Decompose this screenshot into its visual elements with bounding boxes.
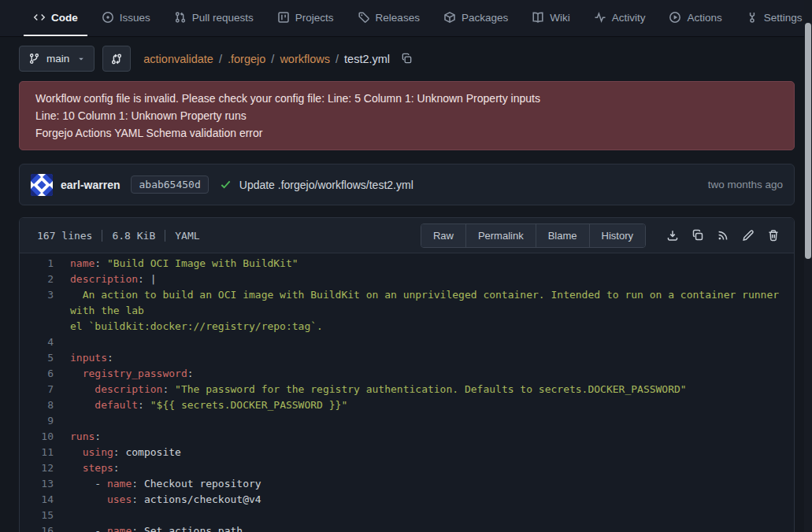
line-number[interactable]: 9 [20, 413, 70, 429]
code-text [70, 413, 794, 429]
breadcrumb: actionvalidate/.forgejo/workflows/test2.… [143, 53, 390, 65]
code-line: 14 uses: actions/checkout@v4 [20, 492, 794, 508]
line-number[interactable]: 16 [20, 523, 70, 532]
nav-tab-actions[interactable]: Actions [659, 0, 731, 36]
code-line: 2description: | [20, 272, 794, 287]
line-number[interactable]: 6 [20, 366, 70, 382]
scrollbar-track[interactable] [804, 0, 812, 532]
code-line: 13 - name: Checkout repository [20, 476, 794, 492]
line-number[interactable]: 5 [20, 350, 70, 366]
breadcrumb-item-workflows[interactable]: workflows [280, 53, 330, 65]
code-line: 15 [20, 508, 794, 523]
line-number[interactable]: 14 [20, 492, 70, 508]
commit-status-check-icon[interactable] [220, 179, 232, 190]
compare-branches-button[interactable] [102, 46, 131, 72]
tools-icon [746, 11, 758, 24]
edit-icon[interactable] [736, 224, 761, 246]
code-line: 4 [20, 334, 794, 350]
file-icon-buttons [660, 224, 786, 246]
line-number[interactable]: 7 [20, 382, 70, 397]
code-text: inputs: [70, 350, 794, 366]
permalink-button[interactable]: Permalink [465, 224, 536, 247]
nav-tab-label: Packages [462, 12, 508, 24]
nav-tab-projects[interactable]: Projects [268, 0, 343, 36]
code-line: 5inputs: [20, 350, 794, 366]
code-text: uses: actions/checkout@v4 [70, 492, 794, 508]
nav-tab-label: Pull requests [192, 12, 254, 24]
book-icon [532, 11, 544, 24]
commit-time: two months ago [708, 179, 783, 190]
nav-tab-activity[interactable]: Activity [584, 0, 655, 36]
line-number[interactable]: 10 [20, 429, 70, 445]
issue-icon [102, 11, 114, 24]
line-number[interactable]: 1 [20, 256, 70, 272]
rss-icon[interactable] [710, 224, 736, 246]
raw-button[interactable]: Raw [421, 224, 465, 247]
file-meta-item: 6.8 KiB [102, 230, 165, 242]
nav-tab-label: Settings [764, 12, 803, 24]
package-icon [443, 11, 456, 24]
download-icon[interactable] [660, 224, 685, 246]
nav-tab-pull-requests[interactable]: Pull requests [165, 0, 263, 36]
code-text: registry_password: [70, 366, 794, 382]
line-number[interactable]: 12 [20, 460, 70, 476]
nav-tab-releases[interactable]: Releases [348, 0, 429, 36]
file-view: 167 lines6.8 KiBYAML RawPermalinkBlameHi… [19, 217, 795, 532]
branch-bar: main actionvalidate/.forgejo/workflows/t… [19, 46, 795, 72]
pull-request-icon [174, 11, 187, 24]
line-number[interactable]: 4 [20, 334, 70, 350]
code-text: steps: [70, 460, 794, 476]
commit-author[interactable]: earl-warren [61, 179, 120, 191]
branch-selector-button[interactable]: main [19, 46, 95, 72]
project-icon [277, 11, 290, 24]
code-line: 6 registry_password: [20, 366, 794, 382]
code-line: 9 [20, 413, 794, 429]
nav-tab-label: Activity [612, 12, 646, 24]
code-text [70, 508, 794, 523]
copy-path-icon[interactable] [401, 53, 413, 65]
workflow-error-banner: Workflow config file is invalid. Please … [19, 81, 795, 150]
breadcrumb-item-forgejo[interactable]: .forgejo [228, 53, 265, 65]
nav-tab-code[interactable]: Code [24, 0, 87, 36]
nav-tab-wiki[interactable]: Wiki [522, 0, 580, 36]
git-branch-icon [28, 53, 40, 65]
file-meta-item: 167 lines [28, 230, 102, 242]
line-number[interactable]: 13 [20, 476, 70, 492]
line-number[interactable]: 3 [20, 287, 70, 334]
nav-tab-label: Issues [120, 12, 150, 24]
branch-name: main [46, 53, 69, 65]
delete-icon[interactable] [761, 224, 786, 246]
line-number[interactable]: 15 [20, 508, 70, 523]
code-icon [33, 11, 46, 24]
breadcrumb-item-test2yml: test2.yml [344, 53, 390, 65]
blame-button[interactable]: Blame [536, 224, 589, 247]
history-button[interactable]: History [589, 224, 645, 247]
play-icon [669, 11, 681, 24]
nav-tab-settings[interactable]: Settings [736, 0, 812, 36]
commit-hash-link[interactable]: abab65450d [131, 175, 208, 194]
breadcrumb-item-actionvalidate[interactable]: actionvalidate [143, 53, 213, 65]
nav-tab-packages[interactable]: Packages [434, 0, 517, 36]
line-number[interactable]: 11 [20, 445, 70, 460]
code-text: An action to build an OCI image with Bui… [70, 287, 794, 334]
latest-commit-bar: earl-warren abab65450d Update .forgejo/w… [19, 164, 795, 205]
nav-tab-label: Wiki [550, 12, 570, 24]
scrollbar-thumb[interactable] [805, 23, 811, 259]
nav-tab-issues[interactable]: Issues [92, 0, 160, 36]
file-meta-item: YAML [165, 230, 209, 242]
code-text [70, 334, 794, 350]
file-meta: 167 lines6.8 KiBYAML [28, 230, 209, 242]
code-line: 10runs: [20, 429, 794, 445]
copy-icon[interactable] [685, 224, 710, 246]
commit-message[interactable]: Update .forgejo/workflows/test2.yml [239, 179, 413, 191]
file-view-buttons: RawPermalinkBlameHistory [421, 224, 646, 248]
git-compare-icon [110, 53, 123, 65]
line-number[interactable]: 8 [20, 397, 70, 413]
avatar[interactable] [31, 174, 53, 196]
code-text: default: "${{ secrets.DOCKER_PASSWORD }}… [70, 397, 794, 413]
code-text: - name: Set actions path [70, 523, 794, 532]
nav-tab-label: Releases [376, 12, 420, 24]
line-number[interactable]: 2 [20, 272, 70, 287]
nav-tab-label: Code [51, 12, 78, 24]
error-line: Forgejo Actions YAML Schema validation e… [35, 124, 778, 142]
